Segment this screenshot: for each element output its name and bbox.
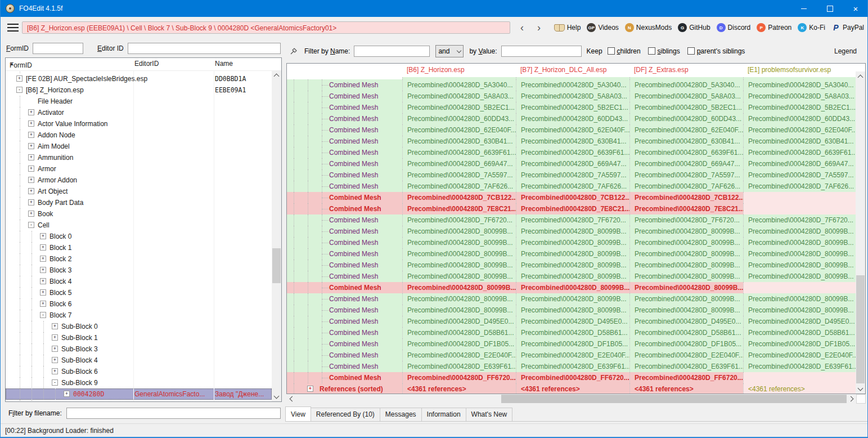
value-cell[interactable]: Precombined\0004280D_D495E0... [743,316,856,327]
tab-messages[interactable]: Messages [380,408,422,421]
value-cell[interactable]: Precombined\0004280D_E2E040F... [516,350,629,361]
value-cell[interactable]: Precombined\0004280D_80099B... [516,237,629,248]
value-cell[interactable]: Precombined\0004280D_60DD43... [402,113,516,124]
editorid-input[interactable] [128,43,281,54]
value-cell[interactable]: Precombined\0004280D_80099B... [402,260,516,271]
value-cell[interactable]: Precombined\0004280D_5B2EC1... [402,102,516,113]
table-vertical-scrollbar[interactable] [856,71,865,394]
tree-row[interactable]: +Block 3 [6,265,272,276]
tab-what-s-new[interactable]: What's New [466,408,513,421]
expand-plus-icon[interactable]: + [52,368,58,374]
collapse-minus-icon[interactable]: - [16,87,23,93]
table-column-header[interactable]: [B7] Z_Horizon_DLC_All.esp [520,66,627,74]
value-cell[interactable]: Precombined\0004280D_80099B... [402,305,516,316]
tree-row[interactable]: +Activator [6,107,272,118]
value-cell[interactable]: Precombined\0004280D_80099B... [402,293,516,305]
value-cell[interactable]: Precombined\0004280D_669A47... [516,158,629,169]
expand-plus-icon[interactable]: + [16,75,23,82]
table-row[interactable]: Combined MeshPrecombined\0004280D_7A5597… [287,169,856,181]
references-row[interactable]: +References (sorted)<4361 references><43… [287,383,856,394]
table-row[interactable]: Combined MeshPrecombined\0004280D_80099B… [287,305,856,316]
scrollbar-thumb[interactable] [272,248,281,283]
value-cell[interactable]: Precombined\0004280D_E639F61... [402,361,516,372]
scroll-right-button[interactable] [847,394,856,404]
tab-view[interactable]: View [285,406,311,421]
value-cell[interactable]: Precombined\0004280D_7CB122... [402,192,516,203]
value-cell[interactable]: Precombined\0004280D_80099B... [629,271,743,282]
value-cell[interactable]: Precombined\0004280D_DF1B05... [516,338,629,350]
value-cell[interactable]: Precombined\0004280D_80099B... [629,248,743,260]
close-button[interactable]: × [843,0,868,17]
value-cell[interactable]: Precombined\0004280D_7A5597... [743,169,856,181]
value-cell[interactable]: Precombined\0004280D_80099B... [743,271,856,282]
value-cell[interactable]: Precombined\0004280D_669A47... [629,158,743,169]
value-cell[interactable]: Precombined\0004280D_62E040F... [629,124,743,136]
value-cell[interactable] [743,203,856,214]
value-cell[interactable]: Precombined\0004280D_7CB122... [516,192,629,203]
value-cell[interactable]: Precombined\0004280D_E2E040F... [402,350,516,361]
menu-button[interactable] [7,24,19,32]
value-cell[interactable]: Precombined\0004280D_D58B61... [629,327,743,338]
table-row[interactable]: Combined MeshPrecombined\0004280D_60DD43… [287,113,856,124]
value-cell[interactable]: <4361 references> [402,383,516,394]
value-cell[interactable]: Precombined\0004280D_80099B... [743,293,856,305]
tree-row[interactable]: +Sub-Block 1 [6,332,272,343]
legend-link[interactable]: Legend [834,47,857,55]
table-row[interactable]: Combined MeshPrecombined\0004280D_D58B61… [287,327,856,338]
value-cell[interactable]: <4361 references> [629,383,743,394]
table-row[interactable]: Combined MeshPrecombined\0004280D_80099B… [287,237,856,248]
expand-plus-icon[interactable]: + [64,391,70,397]
table-row[interactable]: Combined MeshPrecombined\0004280D_80099B… [287,282,856,293]
link-paypal[interactable]: PPayPal [831,23,864,32]
table-row[interactable]: Combined MeshPrecombined\0004280D_5B2EC1… [287,102,856,113]
value-cell[interactable]: Precombined\0004280D_7A5597... [516,169,629,181]
table-column-header[interactable]: [E1] problemsofsurvivor.esp [748,66,854,74]
value-cell[interactable]: Precombined\0004280D_7E8C21... [516,203,629,214]
value-cell[interactable]: Precombined\0004280D_60DD43... [629,113,743,124]
scroll-left-button[interactable] [286,394,296,404]
value-cell[interactable]: Precombined\0004280D_7F6720... [516,214,629,226]
value-cell[interactable]: Precombined\0004280D_7F6720... [629,214,743,226]
value-cell[interactable]: <4361 references> [743,383,856,394]
scrollbar-thumb[interactable] [501,395,847,403]
expand-plus-icon[interactable]: + [28,166,34,172]
expand-plus-icon[interactable]: + [28,143,34,149]
tree-row[interactable]: +Book [6,208,272,220]
value-cell[interactable] [743,372,856,383]
tree-header-editorid[interactable]: EditorID [134,60,159,68]
tree-row[interactable]: +Actor Value Information [6,118,272,129]
value-cell[interactable]: Precombined\0004280D_630B41... [402,136,516,147]
tree-row[interactable]: +Armor Addon [6,175,272,186]
table-row[interactable]: Combined MeshPrecombined\0004280D_80099B… [287,248,856,260]
tree-row[interactable]: -Cell [6,220,272,231]
tree-header-name[interactable]: Name [215,60,233,68]
value-cell[interactable]: Precombined\0004280D_7AF626... [629,181,743,192]
table-row[interactable]: Combined MeshPrecombined\0004280D_62E040… [287,124,856,136]
value-cell[interactable]: Precombined\0004280D_80099B... [516,282,629,293]
and-or-select[interactable]: and [435,45,464,57]
value-cell[interactable]: Precombined\0004280D_D58B61... [743,327,856,338]
value-cell[interactable]: Precombined\0004280D_7E8C21... [402,203,516,214]
tree-row[interactable]: +Addon Node [6,129,272,141]
expand-plus-icon[interactable]: + [28,199,34,205]
filename-filter-input[interactable] [66,408,281,419]
tree-row[interactable]: +Block 1 [6,242,272,253]
value-cell[interactable]: Precombined\0004280D_5A3040... [402,79,516,91]
value-cell[interactable]: Precombined\0004280D_7CB122... [629,192,743,203]
value-cell[interactable]: Precombined\0004280D_80099B... [743,248,856,260]
expand-plus-icon[interactable]: + [28,132,34,138]
table-horizontal-scrollbar[interactable] [286,394,856,404]
expand-plus-icon[interactable]: + [40,278,46,284]
table-row[interactable]: Combined MeshPrecombined\0004280D_FF6720… [287,372,856,383]
value-cell[interactable]: Precombined\0004280D_7E8C21... [629,203,743,214]
value-cell[interactable]: Precombined\0004280D_630B41... [516,136,629,147]
tree-row[interactable]: +Art Object [6,186,272,197]
value-cell[interactable]: Precombined\0004280D_D58B61... [516,327,629,338]
tree-row[interactable]: +Block 0 [6,231,272,242]
value-cell[interactable]: Precombined\0004280D_E639F61... [516,361,629,372]
expand-plus-icon[interactable]: + [28,177,34,183]
table-row[interactable]: Combined MeshPrecombined\0004280D_7F6720… [287,214,856,226]
formid-input[interactable] [33,43,83,54]
pin-icon[interactable] [290,47,298,55]
scroll-down-button[interactable] [272,392,281,401]
